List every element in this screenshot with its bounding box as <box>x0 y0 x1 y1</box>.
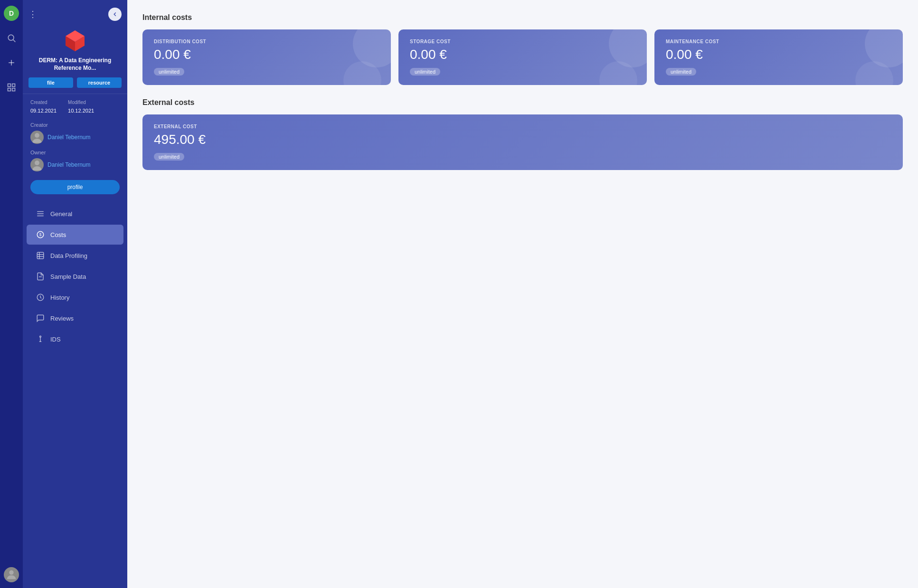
modified-meta: Modified 10.12.2021 <box>68 100 94 114</box>
storage-cost-card: STORAGE COST 0.00 € unlimited <box>398 29 647 85</box>
collapse-button[interactable] <box>108 8 122 21</box>
app-logo: D <box>4 6 19 21</box>
grid-icon[interactable] <box>4 80 19 95</box>
owner-section: Owner Daniel Tebernum <box>23 148 127 175</box>
owner-name[interactable]: Daniel Tebernum <box>47 161 91 168</box>
sidebar-item-costs[interactable]: $ Costs <box>27 225 123 245</box>
svg-rect-6 <box>8 88 11 91</box>
profile-btn-wrap: profile <box>23 175 127 199</box>
sidebar-item-ids-label: IDS <box>50 336 61 343</box>
maintenance-cost-card: MAINTENANCE COST 0.00 € unlimited <box>654 29 903 85</box>
external-costs-title: External costs <box>142 98 903 107</box>
panel-top-actions: ⋮ <box>28 8 122 21</box>
meta-section: Created 09.12.2021 Modified 10.12.2021 <box>23 94 127 120</box>
creator-avatar <box>30 131 44 144</box>
modified-date: 10.12.2021 <box>68 108 94 114</box>
storage-cost-badge: unlimited <box>410 68 440 76</box>
svg-point-8 <box>9 570 13 575</box>
asset-title: DERM: A Data Engineering Reference Mo... <box>28 57 122 72</box>
owner-avatar <box>30 158 44 171</box>
sidebar-item-reviews-label: Reviews <box>50 315 74 322</box>
panel-buttons: file resource <box>28 77 122 88</box>
maintenance-cost-badge: unlimited <box>666 68 696 76</box>
sidebar-item-ids[interactable]: IDS <box>27 329 123 349</box>
search-icon[interactable] <box>4 30 19 46</box>
sidebar-item-reviews[interactable]: Reviews <box>27 308 123 328</box>
maintenance-cost-label: MAINTENANCE COST <box>666 39 891 44</box>
creator-label: Creator <box>30 122 120 128</box>
sidebar-item-history-label: History <box>50 294 69 301</box>
distribution-cost-card: DISTRIBUTION COST 0.00 € unlimited <box>142 29 391 85</box>
svg-rect-4 <box>8 84 11 87</box>
created-meta: Created 09.12.2021 <box>30 100 57 114</box>
internal-cost-cards: DISTRIBUTION COST 0.00 € unlimited STORA… <box>142 29 903 85</box>
svg-point-13 <box>35 133 39 138</box>
sidebar-item-data-profiling[interactable]: Data Profiling <box>27 246 123 266</box>
maintenance-cost-value: 0.00 € <box>666 47 891 62</box>
profile-button[interactable]: profile <box>30 180 120 194</box>
add-icon[interactable] <box>4 55 19 70</box>
user-avatar[interactable] <box>4 567 19 582</box>
external-cost-value: 495.00 € <box>154 132 891 147</box>
distribution-cost-value: 0.00 € <box>154 47 379 62</box>
sidebar-item-general-label: General <box>50 210 72 218</box>
sidebar-item-sample-data-label: Sample Data <box>50 273 86 280</box>
distribution-cost-label: DISTRIBUTION COST <box>154 39 379 44</box>
created-label: Created <box>30 100 57 105</box>
external-cost-label: EXTERNAL COST <box>154 124 891 129</box>
creator-name[interactable]: Daniel Tebernum <box>47 134 91 141</box>
asset-icon <box>62 27 88 53</box>
nav-section: General $ Costs Data Profiling Sample Da… <box>23 199 127 588</box>
distribution-cost-badge: unlimited <box>154 68 184 76</box>
storage-cost-value: 0.00 € <box>410 47 635 62</box>
creator-row: Daniel Tebernum <box>30 131 120 144</box>
svg-line-1 <box>13 40 16 42</box>
creator-section: Creator Daniel Tebernum <box>23 120 127 148</box>
svg-point-26 <box>40 336 41 337</box>
external-cost-card: EXTERNAL COST 495.00 € unlimited <box>142 114 903 170</box>
owner-row: Daniel Tebernum <box>30 158 120 171</box>
internal-costs-title: Internal costs <box>142 13 903 22</box>
resource-button[interactable]: resource <box>77 77 122 88</box>
sidebar-item-general[interactable]: General <box>27 204 123 224</box>
svg-point-0 <box>8 35 14 40</box>
svg-point-14 <box>35 161 39 165</box>
owner-label: Owner <box>30 150 120 155</box>
svg-text:$: $ <box>39 233 42 237</box>
icon-rail: D <box>0 0 23 588</box>
panel-header: ⋮ DERM: A Data Engineering Reference Mo.… <box>23 0 127 94</box>
left-panel: ⋮ DERM: A Data Engineering Reference Mo.… <box>23 0 127 588</box>
svg-rect-5 <box>12 84 15 87</box>
file-button[interactable]: file <box>28 77 73 88</box>
sidebar-item-history[interactable]: History <box>27 287 123 307</box>
svg-rect-20 <box>37 252 44 259</box>
more-options-icon[interactable]: ⋮ <box>28 9 37 19</box>
sidebar-item-costs-label: Costs <box>50 231 66 238</box>
main-content: Internal costs DISTRIBUTION COST 0.00 € … <box>127 0 918 588</box>
modified-label: Modified <box>68 100 94 105</box>
external-cost-badge: unlimited <box>154 153 184 161</box>
storage-cost-label: STORAGE COST <box>410 39 635 44</box>
svg-rect-7 <box>12 88 15 91</box>
sidebar-item-data-profiling-label: Data Profiling <box>50 252 87 259</box>
sidebar-item-sample-data[interactable]: Sample Data <box>27 266 123 286</box>
created-date: 09.12.2021 <box>30 108 57 114</box>
